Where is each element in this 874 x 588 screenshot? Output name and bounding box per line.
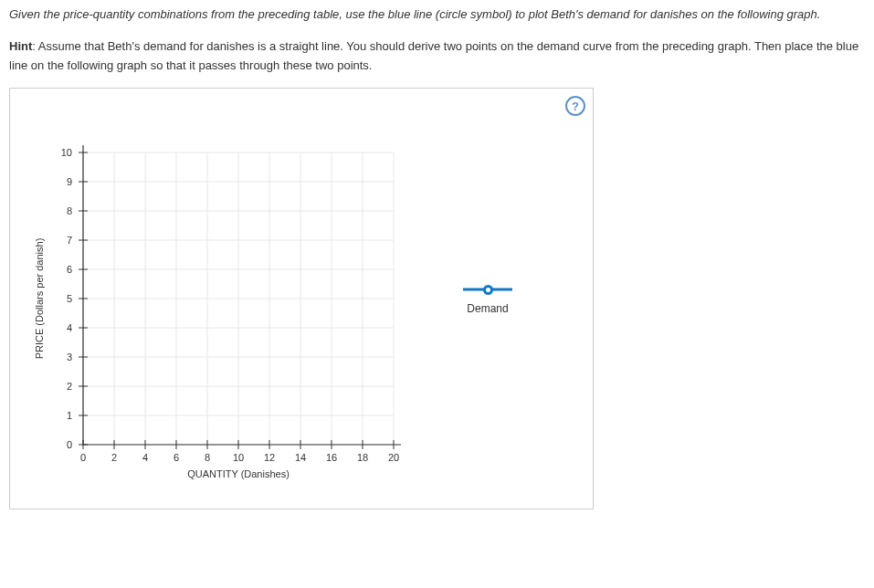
x-ticks: 0 2 4 6 8 10 12 14 16 18 20 (80, 440, 399, 463)
x-tick-6: 6 (174, 452, 179, 463)
x-tick-12: 12 (264, 452, 275, 463)
y-tick-1: 1 (67, 410, 72, 421)
legend-item-demand[interactable]: Demand (463, 282, 512, 315)
x-axis-label: QUANTITY (Danishes) (187, 468, 290, 479)
y-tick-9: 9 (67, 176, 72, 187)
y-tick-4: 4 (67, 322, 72, 333)
x-tick-4: 4 (142, 452, 148, 463)
legend-label-demand: Demand (467, 302, 508, 315)
demand-line-icon (463, 282, 512, 297)
y-tick-0: 0 (67, 439, 72, 450)
graph-inner: 0 1 2 3 4 5 6 7 8 9 10 0 2 4 6 (19, 98, 584, 499)
y-tick-6: 6 (67, 264, 72, 275)
y-tick-7: 7 (67, 235, 72, 246)
y-ticks: 0 1 2 3 4 5 6 7 8 9 10 (61, 147, 88, 450)
hint-body: : Assume that Beth's demand for danishes… (9, 39, 858, 72)
y-tick-3: 3 (67, 352, 72, 362)
x-tick-8: 8 (205, 452, 210, 463)
x-tick-0: 0 (80, 452, 86, 463)
y-tick-5: 5 (67, 293, 72, 304)
hint-text: Hint: Assume that Beth's demand for dani… (9, 37, 865, 76)
x-tick-2: 2 (111, 452, 117, 463)
x-tick-14: 14 (295, 452, 306, 463)
x-tick-16: 16 (326, 452, 337, 463)
grid (83, 152, 394, 445)
y-tick-8: 8 (67, 205, 72, 216)
x-tick-18: 18 (357, 452, 368, 463)
y-tick-10: 10 (61, 147, 72, 158)
y-tick-2: 2 (67, 381, 72, 392)
x-tick-20: 20 (388, 452, 399, 463)
y-axis-label: PRICE (Dollars per danish) (34, 238, 45, 360)
legend: Demand (439, 282, 512, 315)
graph-panel: ? (9, 88, 594, 509)
instruction-text: Given the price-quantity combinations fr… (9, 5, 865, 25)
chart-svg[interactable]: 0 1 2 3 4 5 6 7 8 9 10 0 2 4 6 (19, 98, 439, 499)
x-tick-10: 10 (233, 452, 244, 463)
hint-label: Hint (9, 39, 32, 53)
